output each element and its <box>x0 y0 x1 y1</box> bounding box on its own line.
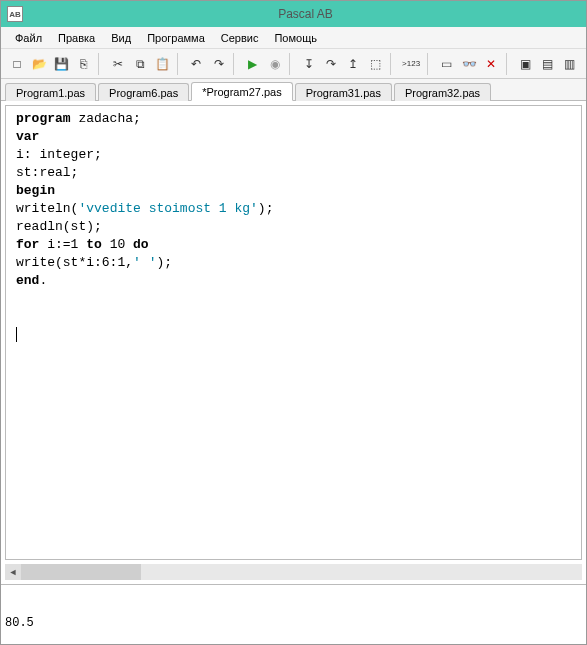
editor-area: program zadacha;vari: integer;st:real;be… <box>1 101 586 584</box>
menu-item-5[interactable]: Помощь <box>268 30 323 46</box>
open-file-icon[interactable]: 📂 <box>29 53 49 75</box>
tab-2[interactable]: *Program27.pas <box>191 82 293 101</box>
menu-bar: ФайлПравкаВидПрограммаСервисПомощь <box>1 27 586 49</box>
scroll-track[interactable] <box>21 564 582 580</box>
window-title: Pascal AB <box>31 7 580 21</box>
toolbar-separator <box>177 53 183 75</box>
panel-1-icon[interactable]: ▣ <box>515 53 535 75</box>
copy-icon[interactable]: ⧉ <box>130 53 150 75</box>
output-line: 80.5 <box>5 616 582 630</box>
code-line: writeln('vvedite stoimost 1 kg'); <box>16 200 575 218</box>
code-line <box>16 290 575 308</box>
toolbar: □📂💾⎘✂⧉📋↶↷▶◉↧↷↥⬚>123▭👓✕▣▤▥ <box>1 49 586 79</box>
toolbar-separator <box>390 53 396 75</box>
panel-2-icon[interactable]: ▤ <box>537 53 557 75</box>
toggle-3-icon[interactable]: ✕ <box>481 53 501 75</box>
editor-tabs: Program1.pasProgram6.pas*Program27.pasPr… <box>1 79 586 101</box>
code-line: var <box>16 128 575 146</box>
menu-item-2[interactable]: Вид <box>105 30 137 46</box>
code-line: begin <box>16 182 575 200</box>
redo-icon[interactable]: ↷ <box>208 53 228 75</box>
step-into-icon[interactable]: ↧ <box>298 53 318 75</box>
goto-line-icon[interactable]: >123 <box>399 53 423 75</box>
stop-icon[interactable]: ◉ <box>265 53 285 75</box>
tab-1[interactable]: Program6.pas <box>98 83 189 101</box>
menu-item-3[interactable]: Программа <box>141 30 211 46</box>
save-all-icon[interactable]: ⎘ <box>74 53 94 75</box>
toolbar-separator <box>98 53 104 75</box>
tab-3[interactable]: Program31.pas <box>295 83 392 101</box>
new-file-icon[interactable]: □ <box>7 53 27 75</box>
scroll-thumb[interactable] <box>21 564 141 580</box>
code-line: st:real; <box>16 164 575 182</box>
breakpoint-icon[interactable]: ⬚ <box>365 53 385 75</box>
code-line <box>16 308 575 326</box>
cut-icon[interactable]: ✂ <box>108 53 128 75</box>
window-titlebar: AB Pascal AB <box>1 1 586 27</box>
app-icon: AB <box>7 6 23 22</box>
code-editor[interactable]: program zadacha;vari: integer;st:real;be… <box>5 105 582 560</box>
toolbar-separator <box>506 53 512 75</box>
save-icon[interactable]: 💾 <box>52 53 72 75</box>
toolbar-separator <box>427 53 433 75</box>
toggle-1-icon[interactable]: ▭ <box>437 53 457 75</box>
panel-3-icon[interactable]: ▥ <box>560 53 580 75</box>
toolbar-separator <box>289 53 295 75</box>
toolbar-separator <box>233 53 239 75</box>
undo-icon[interactable]: ↶ <box>186 53 206 75</box>
step-over-icon[interactable]: ↷ <box>321 53 341 75</box>
scroll-left-icon[interactable]: ◄ <box>5 564 21 580</box>
code-line: for i:=1 to 10 do <box>16 236 575 254</box>
code-line: readln(st); <box>16 218 575 236</box>
menu-item-0[interactable]: Файл <box>9 30 48 46</box>
code-line: write(st*i:6:1,' '); <box>16 254 575 272</box>
menu-item-4[interactable]: Сервис <box>215 30 265 46</box>
tab-0[interactable]: Program1.pas <box>5 83 96 101</box>
output-panel: 80.5 80.5 161.0 241.5 322.0 402.5 483.0 … <box>1 584 586 644</box>
code-line: program zadacha; <box>16 110 575 128</box>
menu-item-1[interactable]: Правка <box>52 30 101 46</box>
toggle-2-icon[interactable]: 👓 <box>459 53 479 75</box>
step-out-icon[interactable]: ↥ <box>343 53 363 75</box>
run-icon[interactable]: ▶ <box>242 53 262 75</box>
tab-4[interactable]: Program32.pas <box>394 83 491 101</box>
cursor-icon <box>16 326 575 344</box>
code-line: i: integer; <box>16 146 575 164</box>
code-line: end. <box>16 272 575 290</box>
paste-icon[interactable]: 📋 <box>152 53 172 75</box>
horizontal-scrollbar[interactable]: ◄ <box>5 564 582 580</box>
